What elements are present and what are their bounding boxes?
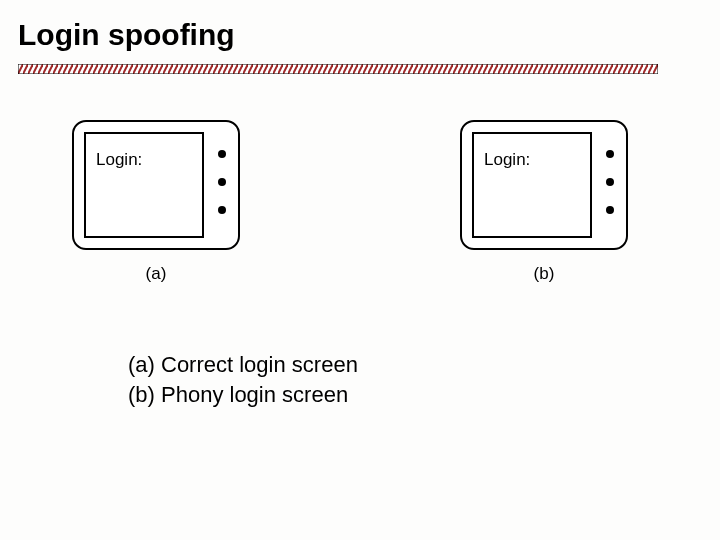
- knob-icon: [218, 178, 226, 186]
- knob-icon: [218, 206, 226, 214]
- knob-icon: [606, 178, 614, 186]
- caption-b: (b): [460, 264, 628, 284]
- monitor-b: Login: (b): [460, 120, 628, 250]
- description-line-b: (b) Phony login screen: [128, 380, 358, 410]
- title-underline: [18, 64, 658, 74]
- knob-icon: [606, 206, 614, 214]
- monitor-screen: Login:: [472, 132, 592, 238]
- knob-icon: [606, 150, 614, 158]
- description-line-a: (a) Correct login screen: [128, 350, 358, 380]
- monitor-row: Login: (a) Login: (b): [0, 120, 720, 320]
- login-prompt-b: Login:: [484, 150, 530, 170]
- caption-a: (a): [72, 264, 240, 284]
- svg-rect-2: [18, 64, 658, 74]
- login-prompt-a: Login:: [96, 150, 142, 170]
- monitor-a: Login: (a): [72, 120, 240, 250]
- monitor-screen: Login:: [84, 132, 204, 238]
- slide-title: Login spoofing: [18, 18, 235, 52]
- knob-icon: [218, 150, 226, 158]
- description: (a) Correct login screen (b) Phony login…: [128, 350, 358, 409]
